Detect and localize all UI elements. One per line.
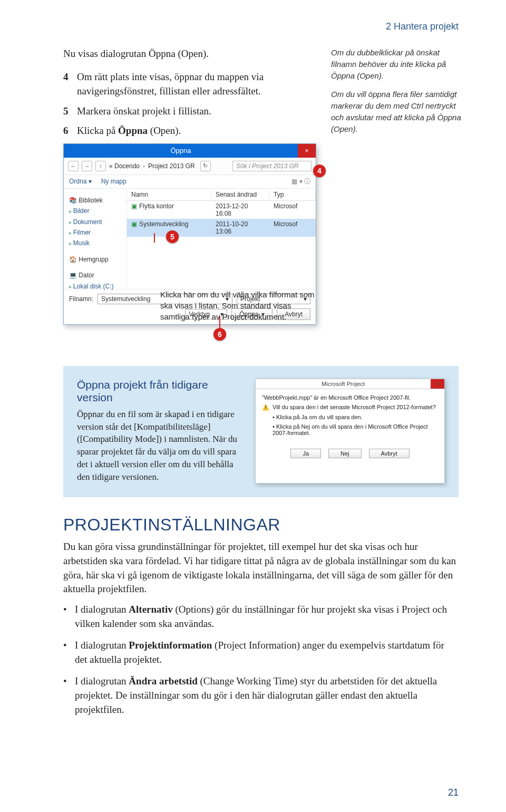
step-6: Klicka på Öppna (Open). — [63, 123, 316, 138]
close-icon: × — [305, 147, 308, 154]
sidenote-2: Om du vill öppna flera filer samtidigt m… — [331, 89, 462, 134]
tree-musik[interactable]: Musik — [69, 238, 123, 248]
bullet-andra-arbetstid: I dialogrutan Ändra arbetstid (Change Wo… — [63, 674, 459, 717]
mp-close-button[interactable]: × — [431, 379, 444, 389]
back-button[interactable]: ← — [68, 161, 79, 171]
info-box-text: Öppna projekt från tidigare version Öppn… — [77, 379, 241, 484]
forward-button[interactable]: → — [82, 161, 92, 171]
dialog-titlebar: Öppna × — [64, 144, 316, 158]
info-box-title: Öppna projekt från tidigare version — [77, 379, 241, 404]
file-list-header: Namn Senast ändrad Typ — [127, 189, 316, 201]
callout-5: 5 — [166, 230, 179, 243]
info-box: Öppna projekt från tidigare version Öppn… — [63, 366, 459, 497]
folder-tree[interactable]: 📚 Bibliotek Bilder Dokument Filmer Musik… — [64, 189, 127, 289]
new-folder-button[interactable]: Ny mapp — [101, 178, 126, 185]
bullet-projektinformation: I dialogrutan Projektinformation (Projec… — [63, 639, 459, 667]
col-name[interactable]: Namn — [127, 189, 211, 200]
file-row[interactable]: ▣Flytta kontor 2013-12-20 16:08 Microsof — [127, 201, 316, 219]
bullet-alternativ: I dialogrutan Alternativ (Options) gör d… — [63, 603, 459, 631]
dialog-nav: ← → ↑ « Docendo › Project 2013 GR ↻ Sök … — [64, 158, 316, 175]
breadcrumb-current[interactable]: Project 2013 GR — [148, 162, 195, 170]
tree-lokal-disk[interactable]: Lokal disk (C:) — [69, 281, 123, 292]
dialog-toolbar: Ordna ▾ Ny mapp ▦ ▾ ⓘ — [64, 175, 316, 189]
col-type[interactable]: Typ — [269, 189, 316, 200]
mp-line-1: "WebbProjekt.mpp" är en Microsoft Office… — [262, 394, 438, 401]
breadcrumb[interactable]: « Docendo — [109, 162, 140, 170]
breadcrumb-sep-icon: › — [143, 162, 145, 170]
tree-hemgrupp[interactable]: 🏠 Hemgrupp — [69, 254, 123, 265]
section-paragraph: Du kan göra vissa grundinställningar för… — [63, 540, 459, 597]
mp-title: Microsoft Project — [256, 379, 431, 389]
arrow-left-icon: ← — [71, 163, 76, 169]
arrow-up-icon: ↑ — [99, 163, 102, 169]
filename-label: Filnamn: — [69, 295, 93, 303]
tree-dator[interactable]: 💻 Dator — [69, 270, 123, 281]
tree-filmer[interactable]: Filmer — [69, 227, 123, 238]
callout-4: 4 — [313, 165, 326, 177]
mp-bullet-2: • Klicka på Nej om du vill spara den i M… — [262, 423, 438, 436]
open-dialog-wrapper: Öppna × ← → ↑ « Docendo › Project 2013 G… — [63, 143, 316, 325]
project-file-icon: ▣ — [131, 202, 137, 210]
page-number: 21 — [448, 787, 459, 798]
callout-line — [154, 233, 155, 243]
up-button[interactable]: ↑ — [95, 161, 106, 171]
no-button[interactable]: Nej — [328, 449, 362, 458]
tree-dokument[interactable]: Dokument — [69, 217, 123, 227]
intro-text: Nu visas dialogrutan Öppna (Open). — [63, 47, 316, 61]
project-file-icon: ▣ — [131, 220, 137, 228]
ms-project-dialog: Microsoft Project × "WebbProjekt.mpp" är… — [255, 379, 445, 484]
step-5: Markera önskat projekt i fillistan. — [63, 104, 316, 119]
mp-titlebar: Microsoft Project × — [256, 379, 444, 389]
tree-bibliotek[interactable]: 📚 Bibliotek — [69, 195, 123, 206]
top-left-column: Nu visas dialogrutan Öppna (Open). Om rä… — [63, 47, 316, 325]
search-input[interactable]: Sök i Project 2013 GR — [232, 161, 312, 171]
dialog-title: Öppna — [64, 147, 298, 154]
dialog-close-button[interactable]: × — [298, 144, 316, 158]
step-6-bold: Öppna — [118, 125, 148, 136]
numbered-steps: Om rätt plats inte visas, öppnar du mapp… — [63, 70, 316, 138]
bullet-list: I dialogrutan Alternativ (Options) gör d… — [63, 603, 459, 717]
yes-button[interactable]: Ja — [290, 449, 321, 458]
organize-menu[interactable]: Ordna ▾ — [69, 178, 92, 185]
file-row-selected[interactable]: ▣Systemutveckling 2011-10-20 13:06 Micro… — [127, 219, 316, 237]
file-list: Namn Senast ändrad Typ ▣Flytta kontor 20… — [127, 189, 316, 289]
mp-body: "WebbProjekt.mpp" är en Microsoft Office… — [256, 389, 444, 446]
step-4: Om rätt plats inte visas, öppnar du mapp… — [63, 70, 316, 99]
warning-icon: ⚠️ — [262, 404, 269, 411]
filter-caption: Klicka här om du vill välja vilka filfor… — [160, 289, 318, 322]
chapter-header: 2 Hantera projekt — [63, 21, 459, 32]
tree-bilder[interactable]: Bilder — [69, 206, 123, 216]
close-icon: × — [431, 379, 444, 389]
mp-line-2: ⚠️Vill du spara den i det senaste Micros… — [262, 404, 438, 411]
callout-6: 6 — [213, 328, 226, 341]
top-row: Nu visas dialogrutan Öppna (Open). Om rä… — [63, 47, 459, 325]
mp-bullet-1: • Klicka på Ja om du vill spara den. — [262, 414, 438, 420]
sidenote-1: Om du dubbelklickar på önskat filnamn be… — [331, 47, 462, 81]
mp-buttons: Ja Nej Avbryt — [256, 446, 444, 463]
sidenote-column: Om du dubbelklickar på önskat filnamn be… — [331, 47, 462, 325]
section-body: Du kan göra vissa grundinställningar för… — [63, 540, 459, 718]
refresh-icon: ↻ — [203, 162, 208, 169]
cancel-button[interactable]: Avbryt — [369, 449, 410, 458]
refresh-button[interactable]: ↻ — [200, 161, 211, 171]
section-heading: PROJEKTINSTÄLLNINGAR — [63, 515, 459, 535]
arrow-right-icon: → — [84, 163, 90, 169]
dialog-body: 📚 Bibliotek Bilder Dokument Filmer Musik… — [64, 189, 316, 289]
info-box-body: Öppnar du en fil som är skapad i en tidi… — [77, 408, 241, 484]
view-icons[interactable]: ▦ ▾ ⓘ — [291, 177, 310, 186]
col-date[interactable]: Senast ändrad — [211, 189, 269, 200]
